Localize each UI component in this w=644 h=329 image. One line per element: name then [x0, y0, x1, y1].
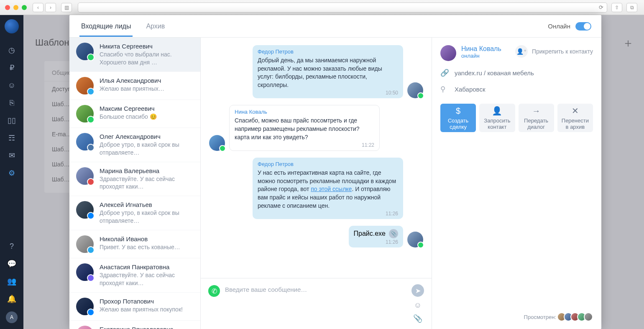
forward-button[interactable]: › — [45, 3, 56, 12]
dashboard-icon[interactable]: ◷ — [7, 45, 17, 55]
conversation-name: Марина Валерьевна — [100, 167, 194, 174]
chat-messages[interactable]: Федор Петров Добрый день, да мы занимаем… — [201, 38, 432, 278]
conversation-preview: Доброе утро, в какой срок вы отправляете… — [100, 141, 194, 157]
contact-info-pane: Нина Коваль онлайн 👤⁺ Прикрепить к конта… — [432, 38, 601, 329]
attach-icon[interactable]: 📎 — [413, 314, 422, 323]
conversation-preview: Спасибо что выбрали нас. Хорошего вам дн… — [100, 51, 194, 66]
online-label: Онлайн — [548, 23, 570, 30]
chat-icon[interactable]: 💬 — [7, 259, 17, 269]
action-передать[interactable]: → Передатьдиалог — [519, 104, 554, 132]
message-avatar — [407, 82, 423, 98]
dialog-tabs: Входящие лиды Архив Онлайн — [69, 15, 601, 38]
tab-incoming[interactable]: Входящие лиды — [79, 16, 133, 37]
conversations-list[interactable]: Никита Сергеевич Спасибо что выбрали нас… — [69, 38, 201, 329]
online-toggle[interactable] — [575, 22, 591, 31]
close-window-icon[interactable] — [5, 5, 10, 10]
message-text: Спасибо, можно ваш прайс посомтреть и гд… — [235, 117, 374, 141]
message-time: 11:26 — [258, 211, 398, 217]
message-time: 11:26 — [354, 239, 398, 245]
message-avatar — [407, 232, 423, 247]
attach-to-contact-button[interactable]: 👤⁺ Прикрепить к контакту — [515, 45, 593, 58]
contact-actions: $ Создатьсделку👤 Запроситьконтакт→ Перед… — [440, 104, 593, 132]
share-button[interactable]: ⇧ — [611, 3, 622, 12]
tabs-button[interactable]: ⧉ — [626, 3, 637, 12]
attach-label: Прикрепить к контакту — [532, 48, 593, 55]
conversation-item[interactable]: Николай Иванов Привет. У вас есть кованы… — [69, 230, 200, 258]
conversation-name: Алексей Игнатьев — [100, 201, 194, 208]
action-запросить[interactable]: 👤 Запроситьконтакт — [479, 104, 515, 132]
conversation-preview: Доброе утро, в какой срок вы отправляете… — [100, 209, 194, 225]
conversation-item[interactable]: Марина Валерьевна Здравствуйте. У вас се… — [69, 162, 200, 196]
conversation-name: Олег Александрович — [100, 133, 194, 140]
sidebar-button[interactable]: ▥ — [61, 3, 72, 12]
settings-icon[interactable]: ⚙ — [7, 168, 17, 178]
tab-archive[interactable]: Архив — [144, 16, 166, 37]
conversation-item[interactable]: Екатерина Вячеславовна Большое спасибо 😊 — [69, 321, 200, 329]
message-row: Федор Петров У нас есть интерактивная ка… — [209, 158, 423, 219]
contact-name[interactable]: Нина Коваль — [461, 45, 501, 53]
message-text: Добрый день, да мы занимаемся наружной р… — [258, 56, 398, 89]
app-logo-icon[interactable] — [5, 19, 19, 33]
browser-chrome: ‹ › ▥ ⟳ ⇧ ⧉ — [0, 0, 644, 15]
conversation-preview: Желаю вам приятных покупок! — [100, 306, 194, 314]
channel-vk-icon — [87, 144, 95, 151]
mail-icon[interactable]: ✉ — [7, 150, 17, 161]
contact-link-row[interactable]: 🔗 yandex.ru / кованая мебель — [440, 69, 593, 77]
send-button[interactable]: ➤ — [411, 284, 424, 297]
file-icon: 📎 — [389, 229, 398, 238]
viewed-by: Просмотрен: — [440, 304, 593, 321]
help-icon[interactable]: ? — [7, 241, 17, 251]
whatsapp-badge-icon — [219, 145, 226, 152]
columns-icon[interactable]: ▯▯ — [7, 115, 17, 125]
action-label: Запроситьконтакт — [484, 117, 510, 130]
conversation-item[interactable]: Илья Александрович Желаю вам приятных… — [69, 72, 200, 100]
bell-icon[interactable]: 🔔 — [7, 294, 17, 304]
avatar — [76, 326, 94, 329]
action-icon: ✕ — [572, 106, 579, 116]
emoji-icon[interactable]: ☺ — [414, 301, 422, 310]
viewer-avatar[interactable] — [584, 312, 593, 321]
back-button[interactable]: ‹ — [33, 3, 43, 12]
maximize-window-icon[interactable] — [22, 5, 27, 10]
action-icon: 👤 — [492, 106, 502, 116]
conversation-name: Прохор Потапович — [100, 298, 194, 305]
file-message[interactable]: Прайс.exe 📎 11:26 — [349, 226, 403, 247]
avatar — [76, 263, 94, 281]
conversation-item[interactable]: Максим Сергеевич Большое спасибо 😊 — [69, 100, 200, 128]
location-icon: ⚲ — [440, 85, 450, 94]
ruble-icon[interactable]: ₽ — [7, 63, 17, 73]
minimize-window-icon[interactable] — [13, 5, 18, 10]
avatar — [76, 77, 94, 94]
message-row: Федор Петров Добрый день, да мы занимаем… — [209, 45, 423, 98]
conversation-item[interactable]: Алексей Игнатьев Доброе утро, в какой ср… — [69, 196, 200, 230]
avatar — [76, 201, 94, 219]
team-icon[interactable]: 👥 — [7, 276, 17, 286]
message-sender: Федор Петров — [258, 161, 398, 167]
avatar — [76, 43, 94, 60]
action-перенести[interactable]: ✕ Перенестив архив — [557, 104, 593, 132]
channel-whatsapp-icon[interactable]: ✆ — [208, 285, 220, 297]
inbox-icon[interactable]: ⎘ — [7, 98, 17, 108]
action-icon: → — [532, 106, 540, 116]
message-bubble: Федор Петров Добрый день, да мы занимаем… — [253, 45, 403, 98]
link-icon: 🔗 — [440, 69, 450, 77]
conversation-name: Анастасия Панкратовна — [100, 263, 194, 270]
message-time: 11:22 — [235, 142, 374, 148]
contacts-icon[interactable]: ☺ — [7, 80, 17, 90]
conversation-item[interactable]: Анастасия Панкратовна Здравствуйте. У ва… — [69, 258, 200, 293]
user-avatar[interactable]: A — [6, 311, 18, 323]
conversation-preview: Большое спасибо 😊 — [100, 113, 194, 121]
conversation-item[interactable]: Прохор Потапович Желаю вам приятных поку… — [69, 293, 200, 321]
conversation-item[interactable]: Олег Александрович Доброе утро, в какой … — [69, 128, 200, 162]
leads-dialog: Входящие лиды Архив Онлайн Никита Сергее… — [69, 15, 601, 329]
contact-city: Хабаровск — [455, 86, 485, 93]
message-input[interactable] — [225, 284, 406, 293]
add-contact-icon: 👤⁺ — [515, 45, 528, 58]
channel-vi-icon — [87, 274, 95, 282]
url-bar[interactable]: ⟳ — [78, 3, 607, 13]
calendar-icon[interactable]: ☶ — [7, 133, 17, 143]
whatsapp-badge-icon — [417, 92, 424, 99]
reload-icon[interactable]: ⟳ — [599, 4, 603, 10]
action-создать[interactable]: $ Создатьсделку — [440, 104, 476, 132]
conversation-item[interactable]: Никита Сергеевич Спасибо что выбрали нас… — [69, 38, 200, 72]
